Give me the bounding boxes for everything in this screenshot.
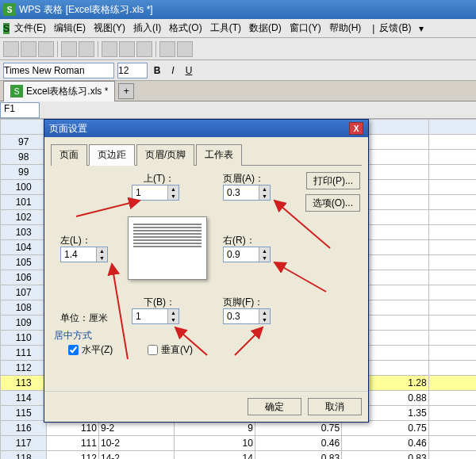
cell[interactable]: 0.46 <box>428 436 476 451</box>
cell[interactable]: 0.75 <box>428 421 476 436</box>
cell[interactable]: 10 <box>174 436 255 451</box>
row-header[interactable]: 100 <box>1 180 47 195</box>
row-header[interactable]: 112 <box>1 361 47 376</box>
horiz-check-input[interactable] <box>68 345 79 355</box>
cell[interactable] <box>428 346 476 361</box>
redo-icon[interactable] <box>177 41 193 57</box>
header-spinner[interactable]: ▲▼ <box>223 185 271 201</box>
options-button[interactable]: 选项(O)... <box>305 194 360 212</box>
right-spinner[interactable]: ▲▼ <box>223 247 271 262</box>
font-name-input[interactable] <box>3 63 114 78</box>
right-input[interactable] <box>224 247 259 262</box>
horiz-checkbox[interactable]: 水平(Z) <box>68 343 113 357</box>
spin-down-icon[interactable]: ▼ <box>167 193 178 200</box>
cell[interactable]: 1.28 <box>428 376 476 391</box>
table-row[interactable]: 11811214-2140.830.830.8300.88违法占地 <box>1 451 477 460</box>
cell[interactable] <box>428 195 476 210</box>
left-input[interactable] <box>61 247 96 262</box>
spin-down-icon[interactable]: ▼ <box>96 254 107 262</box>
row-header[interactable]: 111 <box>1 346 47 361</box>
cell[interactable]: 0.83 <box>342 451 428 460</box>
spin-up-icon[interactable]: ▲ <box>167 309 178 316</box>
menu-help[interactable]: 帮助(H) <box>326 20 365 36</box>
cut-icon[interactable] <box>102 41 117 57</box>
cell[interactable] <box>428 270 476 285</box>
cell[interactable] <box>428 331 476 346</box>
bottom-input[interactable] <box>132 309 167 323</box>
cell[interactable]: 111 <box>47 436 99 451</box>
spin-down-icon[interactable]: ▼ <box>259 193 270 200</box>
menu-view[interactable]: 视图(Y) <box>90 20 129 36</box>
copy-icon[interactable] <box>119 41 135 57</box>
row-header[interactable]: 97 <box>1 135 47 150</box>
row-header[interactable]: 98 <box>1 150 47 165</box>
menu-data[interactable]: 数据(D) <box>246 20 285 36</box>
menu-file[interactable]: 文件(E) <box>11 20 49 36</box>
menu-window[interactable]: 窗口(Y) <box>286 20 324 36</box>
table-row[interactable]: 11711110-2100.460.460.4600.46违法占地 <box>1 436 477 451</box>
row-header[interactable]: 115 <box>1 406 47 421</box>
col-header[interactable] <box>428 120 476 135</box>
cell[interactable]: 0.46 <box>342 436 428 451</box>
cell[interactable]: 0.83 <box>255 451 341 460</box>
vert-checkbox[interactable]: 垂直(V) <box>148 343 193 357</box>
tab-header-footer[interactable]: 页眉/页脚 <box>136 144 194 166</box>
row-header[interactable]: 118 <box>1 451 47 460</box>
top-spinner[interactable]: ▲▼ <box>132 185 179 201</box>
menu-format[interactable]: 格式(O) <box>166 20 205 36</box>
cell[interactable]: 110 <box>47 421 99 436</box>
bottom-spinner[interactable]: ▲▼ <box>132 308 179 324</box>
print-button[interactable]: 打印(P)... <box>306 172 360 189</box>
add-tab-button[interactable]: + <box>118 83 134 99</box>
cell[interactable] <box>428 316 476 331</box>
menu-tools[interactable]: 工具(T) <box>207 20 244 36</box>
row-header[interactable]: 113 <box>1 376 47 391</box>
bold-icon[interactable]: B <box>151 65 163 76</box>
cell[interactable] <box>428 300 476 316</box>
new-icon[interactable] <box>3 41 19 57</box>
ok-button[interactable]: 确定 <box>248 398 301 415</box>
cell[interactable]: 0.75 <box>255 421 341 436</box>
table-row[interactable]: 1161109-290.750.750.7500.75违法占地 <box>1 421 477 436</box>
cell[interactable] <box>428 240 476 255</box>
underline-icon[interactable]: U <box>182 65 195 76</box>
cell[interactable] <box>428 210 476 225</box>
cell[interactable] <box>428 225 476 240</box>
spin-up-icon[interactable]: ▲ <box>259 247 270 254</box>
cell[interactable] <box>428 150 476 165</box>
cell[interactable]: 9-2 <box>98 421 174 436</box>
footer-spinner[interactable]: ▲▼ <box>223 308 271 324</box>
preview-icon[interactable] <box>79 41 94 57</box>
row-header[interactable]: 104 <box>1 240 47 255</box>
row-header[interactable]: 114 <box>1 391 47 406</box>
cell[interactable]: 9 <box>174 421 255 436</box>
cell[interactable]: 0.46 <box>255 436 341 451</box>
italic-icon[interactable]: I <box>167 65 179 76</box>
spin-down-icon[interactable]: ▼ <box>259 254 270 262</box>
row-header[interactable]: 109 <box>1 316 47 331</box>
left-spinner[interactable]: ▲▼ <box>60 247 108 262</box>
cell[interactable]: 0.88 <box>428 391 476 406</box>
row-header[interactable]: 102 <box>1 210 47 225</box>
cell[interactable]: 1.19 <box>428 406 476 421</box>
spin-down-icon[interactable]: ▼ <box>167 316 178 323</box>
tab-margins[interactable]: 页边距 <box>89 144 135 166</box>
tab-page[interactable]: 页面 <box>51 144 87 166</box>
cell[interactable]: 10-2 <box>98 436 174 451</box>
menu-insert[interactable]: 插入(I) <box>130 20 164 36</box>
cell[interactable] <box>428 180 476 195</box>
print-icon[interactable] <box>61 41 77 57</box>
cell[interactable] <box>428 361 476 376</box>
cell[interactable] <box>428 135 476 150</box>
menu-edit[interactable]: 编辑(E) <box>51 20 89 36</box>
vert-check-input[interactable] <box>148 345 158 355</box>
top-input[interactable] <box>132 186 167 200</box>
footer-input[interactable] <box>224 309 259 323</box>
spin-down-icon[interactable]: ▼ <box>259 316 270 323</box>
header-input[interactable] <box>224 186 259 200</box>
dialog-title-bar[interactable]: 页面设置 X <box>44 120 368 137</box>
row-header[interactable]: 108 <box>1 300 47 316</box>
close-icon[interactable]: X <box>349 122 363 135</box>
font-size-input[interactable] <box>117 63 148 78</box>
sheet-area[interactable]: HI 9791.88违法占地98925.63违法占地99937.82违法占地10… <box>0 119 476 459</box>
